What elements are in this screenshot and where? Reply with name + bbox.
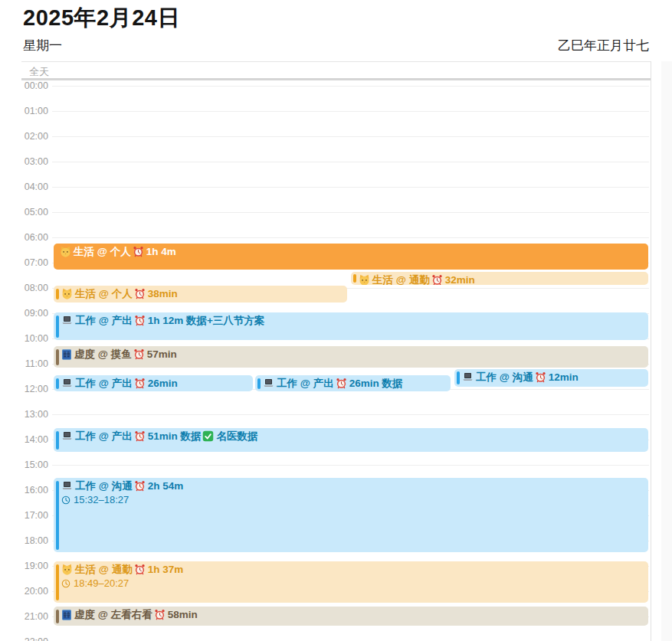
- event-time-range-text: 18:49–20:27: [74, 577, 129, 590]
- cat-icon: [359, 274, 370, 285]
- laptop-icon: [61, 315, 73, 326]
- alarm-clock-icon: [134, 378, 146, 389]
- alarm-clock-icon: [134, 564, 146, 575]
- hour-label: 16:00: [8, 485, 48, 495]
- event-title-text: 工作 @ 产出: [75, 377, 133, 390]
- alarm-clock-icon: [133, 348, 145, 360]
- alarm-clock-icon: [535, 371, 546, 383]
- event-color-bar: [56, 564, 59, 600]
- cat-icon: [60, 246, 71, 257]
- hour-label: 21:00: [8, 611, 48, 622]
- event-title-text: 1h 37m: [148, 563, 184, 576]
- laptop-icon: [61, 378, 73, 389]
- hour-label: 02:00: [8, 131, 48, 142]
- alarm-clock-icon: [336, 378, 347, 389]
- event-life-personal-morning[interactable]: 生活 @ 个人1h 4m: [54, 244, 648, 270]
- event-work-output-26min-data[interactable]: 工作 @ 产出26min 数据: [255, 375, 451, 391]
- event-title: 工作 @ 产出1h 12m 数据+三八节方案: [61, 314, 644, 327]
- hour-label: 04:00: [8, 182, 48, 192]
- event-color-bar: [56, 431, 59, 450]
- event-title-text: 26min 数据: [349, 377, 403, 390]
- event-idle-fish-57min[interactable]: 虚度 @ 摸鱼57min: [54, 346, 648, 368]
- event-title: 虚度 @ 摸鱼57min: [61, 348, 644, 361]
- hour-label: 17:00: [8, 510, 48, 521]
- event-title-text: 26min: [148, 377, 178, 390]
- laptop-icon: [263, 378, 274, 389]
- event-title-text: 工作 @ 沟通: [75, 479, 133, 492]
- right-edge-panel: [661, 61, 672, 641]
- event-time-range-text: 15:32–18:27: [74, 493, 129, 506]
- event-title-text: 生活 @ 个人: [74, 245, 131, 258]
- event-color-bar: [56, 316, 59, 338]
- laptop-icon: [462, 371, 474, 383]
- hour-label: 12:00: [8, 384, 48, 394]
- event-title-text: 58min: [168, 608, 198, 621]
- event-work-output-1h12m[interactable]: 工作 @ 产出1h 12m 数据+三八节方案: [54, 312, 648, 340]
- laptop-icon: [61, 430, 73, 442]
- event-work-output-51min[interactable]: 工作 @ 产出51min 数据名医数据: [54, 428, 648, 452]
- hour-label: 07:00: [8, 257, 48, 268]
- event-color-bar: [56, 610, 59, 623]
- cat-icon: [61, 288, 73, 299]
- alarm-clock-icon: [133, 246, 144, 257]
- event-title: 工作 @ 产出26min 数据: [263, 377, 446, 390]
- hour-label: 08:00: [8, 283, 48, 293]
- scrollbar-track[interactable]: [651, 61, 662, 641]
- event-title-text: 工作 @ 沟通: [476, 371, 533, 384]
- alarm-clock-icon: [154, 609, 166, 620]
- event-title-text: 虚度 @ 左看右看: [74, 608, 152, 621]
- hour-label: 11:00: [8, 358, 48, 369]
- event-time-range: 18:49–20:27: [61, 577, 644, 590]
- xray-icon: [61, 349, 72, 360]
- event-title-text: 1h 12m 数据+三八节方案: [148, 314, 265, 327]
- clock-icon: [61, 495, 70, 505]
- event-title: 工作 @ 沟通2h 54m: [61, 479, 644, 492]
- event-work-comm-2h54m[interactable]: 工作 @ 沟通2h 54m15:32–18:27: [54, 478, 648, 552]
- event-title-text: 2h 54m: [148, 479, 184, 492]
- event-title-text: 生活 @ 通勤: [372, 273, 430, 285]
- event-work-comm-12min[interactable]: 工作 @ 沟通12min: [454, 369, 648, 387]
- hour-label: 05:00: [8, 207, 48, 217]
- event-life-commute-evening[interactable]: 生活 @ 通勤1h 37m18:49–20:27: [54, 561, 648, 603]
- check-mark-icon: [202, 430, 214, 442]
- hour-label: 14:00: [8, 434, 48, 445]
- event-life-commute-morning[interactable]: 生活 @ 通勤32min: [351, 272, 648, 285]
- event-color-bar: [353, 274, 356, 282]
- event-title-text: 工作 @ 产出: [75, 430, 133, 443]
- event-title-text: 生活 @ 通勤: [75, 563, 133, 576]
- event-title-text: 51min 数据: [148, 430, 202, 443]
- event-title-text: 12min: [549, 371, 579, 384]
- event-title-text: 生活 @ 个人: [75, 287, 133, 300]
- event-life-personal-38min[interactable]: 生活 @ 个人38min: [54, 286, 347, 302]
- event-title: 工作 @ 产出26min: [61, 377, 248, 390]
- hour-label: 01:00: [8, 106, 48, 116]
- event-color-bar: [56, 378, 59, 389]
- event-title: 虚度 @ 左看右看58min: [61, 608, 644, 621]
- event-title-text: 1h 4m: [146, 245, 176, 258]
- hour-label: 13:00: [8, 409, 48, 420]
- alarm-clock-icon: [431, 274, 443, 285]
- event-title-text: 38min: [148, 287, 178, 300]
- event-color-bar: [56, 349, 59, 365]
- hour-label: 09:00: [8, 308, 48, 319]
- event-time-range: 15:32–18:27: [61, 493, 644, 506]
- cat-icon: [61, 564, 73, 575]
- alarm-clock-icon: [134, 430, 146, 442]
- hour-label: 20:00: [8, 586, 48, 597]
- laptop-icon: [61, 480, 73, 492]
- event-work-output-26min[interactable]: 工作 @ 产出26min: [54, 375, 253, 391]
- event-title-text: 名医数据: [216, 430, 257, 443]
- event-color-bar: [457, 371, 460, 384]
- hour-label: 00:00: [8, 80, 48, 91]
- event-color-bar: [257, 378, 261, 389]
- event-idle-look-58min[interactable]: 虚度 @ 左看右看58min: [54, 607, 648, 626]
- hour-label: 22:00: [8, 636, 48, 641]
- alarm-clock-icon: [134, 288, 146, 299]
- hour-label: 19:00: [8, 561, 48, 571]
- hour-label: 15:00: [8, 459, 48, 470]
- event-title: 工作 @ 产出51min 数据名医数据: [61, 430, 644, 443]
- event-title: 生活 @ 通勤32min: [359, 273, 644, 285]
- event-color-bar: [56, 289, 59, 299]
- event-title-text: 57min: [147, 348, 177, 361]
- alarm-clock-icon: [134, 480, 146, 492]
